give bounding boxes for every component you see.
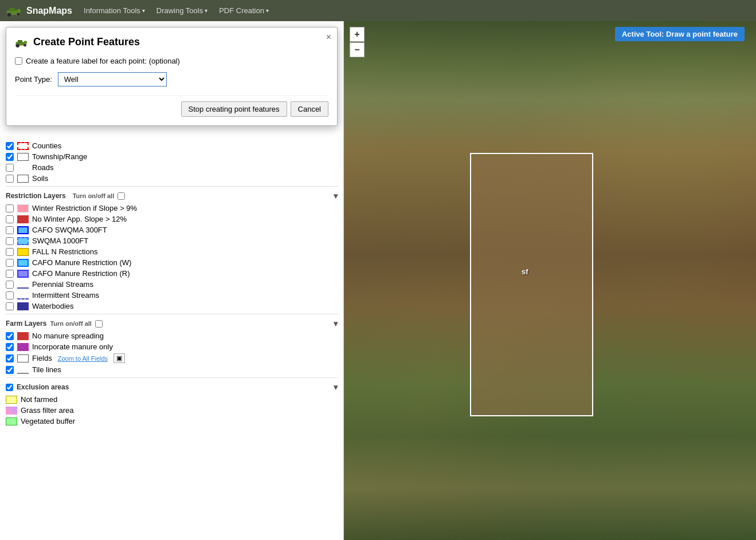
layer-veg-buffer: Vegetated buffer xyxy=(6,416,338,427)
tractor-icon xyxy=(6,5,23,17)
layer-swqma-1000: SWQMA 1000FT xyxy=(6,235,338,246)
layer-incorporate-checkbox[interactable] xyxy=(6,343,14,351)
cancel-button[interactable]: Cancel xyxy=(291,101,328,117)
cafo-manure-w-icon xyxy=(17,259,29,267)
svg-point-3 xyxy=(17,13,20,16)
farm-section-toggle[interactable]: ▾ xyxy=(334,319,338,328)
layer-winter-slope-checkbox[interactable] xyxy=(6,204,14,212)
layer-township-range: Township/Range xyxy=(6,151,338,162)
soils-icon xyxy=(17,175,29,183)
zoom-fields-button[interactable]: ▣ xyxy=(113,353,125,363)
waterbodies-icon xyxy=(17,302,29,310)
svg-rect-9 xyxy=(24,41,27,44)
svg-rect-4 xyxy=(17,9,21,13)
nav-information-tools[interactable]: Information Tools ▾ xyxy=(84,6,145,15)
layer-cafo-swqma-checkbox[interactable] xyxy=(6,226,14,234)
layer-waterbodies: Waterbodies xyxy=(6,301,338,312)
feature-label-checkbox[interactable] xyxy=(15,57,22,65)
layer-fall-n-restrictions: FALL N Restrictions xyxy=(6,246,338,257)
map-controls: + − xyxy=(350,27,365,58)
layer-fall-n-checkbox[interactable] xyxy=(6,248,14,256)
intermittent-icon xyxy=(17,291,29,299)
layer-fields: Fields Zoom to All Fields ▣ xyxy=(6,352,338,364)
no-winter-icon xyxy=(17,215,29,223)
point-type-select[interactable]: Well Building Water Source Other xyxy=(58,72,167,86)
layer-swqma-1000-checkbox[interactable] xyxy=(6,237,14,245)
dialog-tractor-icon xyxy=(15,37,29,48)
layer-waterbodies-checkbox[interactable] xyxy=(6,302,14,310)
exclusion-section-header: Exclusion areas ▾ xyxy=(6,383,338,392)
layer-perennial-checkbox[interactable] xyxy=(6,281,14,289)
layer-counties: Counties xyxy=(6,140,338,151)
dialog-label-checkbox-row: Create a feature label for each point: (… xyxy=(15,57,328,65)
layer-roads: Roads xyxy=(6,162,338,173)
incorporate-icon xyxy=(17,343,29,351)
create-point-dialog: Create Point Features × Create a feature… xyxy=(6,27,338,126)
dialog-close-button[interactable]: × xyxy=(326,32,331,42)
layer-soils: Soils xyxy=(6,173,338,184)
layer-cafo-manure-r-checkbox[interactable] xyxy=(6,270,14,278)
layer-tile-lines: Tile lines xyxy=(6,364,338,375)
svg-point-8 xyxy=(23,44,26,46)
svg-rect-6 xyxy=(18,40,22,43)
layer-not-farmed: Not farmed xyxy=(6,394,338,405)
fall-n-icon xyxy=(17,248,29,256)
fields-icon xyxy=(17,354,29,362)
dialog-buttons: Stop creating point features Cancel xyxy=(15,95,328,117)
restriction-section-header: Restriction Layers Turn on/off all ▾ xyxy=(6,191,338,200)
layer-no-manure-checkbox[interactable] xyxy=(6,332,14,340)
no-manure-icon xyxy=(17,332,29,340)
layer-intermittent-checkbox[interactable] xyxy=(6,291,14,299)
layer-soils-checkbox[interactable] xyxy=(6,175,14,183)
svg-rect-1 xyxy=(9,8,15,11)
counties-icon xyxy=(17,142,29,150)
active-tool-badge: Active Tool: Draw a point feature xyxy=(615,27,745,41)
layer-tile-checkbox[interactable] xyxy=(6,366,14,374)
perennial-icon xyxy=(17,281,29,289)
swqma-1000-icon xyxy=(17,237,29,245)
layer-cafo-manure-r: CAFO Manure Restriction (R) xyxy=(6,268,338,279)
layer-roads-checkbox[interactable] xyxy=(6,164,14,172)
zoom-out-button[interactable]: − xyxy=(350,42,365,57)
app-brand[interactable]: SnapMaps xyxy=(6,5,72,17)
stop-creating-button[interactable]: Stop creating point features xyxy=(181,101,287,117)
layer-cafo-manure-w-checkbox[interactable] xyxy=(6,259,14,267)
layer-counties-checkbox[interactable] xyxy=(6,142,14,150)
layer-no-manure: No manure spreading xyxy=(6,330,338,341)
dropdown-arrow-draw: ▾ xyxy=(205,7,207,14)
layer-perennial-streams: Perennial Streams xyxy=(6,279,338,290)
restriction-toggle-all[interactable] xyxy=(117,192,125,200)
main-layout: Create Point Features × Create a feature… xyxy=(0,21,756,540)
map-area[interactable]: sf + − Active Tool: Draw a point feature xyxy=(344,21,756,540)
layer-incorporate-manure: Incorporate manure only xyxy=(6,341,338,352)
nav-drawing-tools[interactable]: Drawing Tools ▾ xyxy=(156,6,207,15)
dropdown-arrow-pdf: ▾ xyxy=(266,7,269,14)
township-icon xyxy=(17,153,29,161)
cafo-manure-r-icon xyxy=(17,270,29,278)
farm-toggle-all[interactable] xyxy=(95,320,103,328)
grass-filter-icon xyxy=(6,407,17,415)
restriction-section-toggle[interactable]: ▾ xyxy=(334,191,338,200)
zoom-in-button[interactable]: + xyxy=(350,27,365,42)
cafo-swqma-icon xyxy=(17,226,29,234)
svg-point-7 xyxy=(16,44,19,47)
tile-icon xyxy=(17,366,29,374)
map-field-rect xyxy=(470,153,593,416)
layer-township-checkbox[interactable] xyxy=(6,153,14,161)
layer-no-winter-app: No Winter App. Slope > 12% xyxy=(6,214,338,224)
layer-fields-checkbox[interactable] xyxy=(6,354,14,362)
layer-winter-restriction-slope: Winter Restriction if Slope > 9% xyxy=(6,203,338,214)
left-panel: Create Point Features × Create a feature… xyxy=(0,21,344,540)
layer-cafo-swqma: CAFO SWQMA 300FT xyxy=(6,224,338,235)
winter-slope-icon xyxy=(17,204,29,212)
point-type-row: Point Type: Well Building Water Source O… xyxy=(15,72,328,86)
zoom-to-all-fields-link[interactable]: Zoom to All Fields xyxy=(58,355,108,362)
exclusion-toggle[interactable] xyxy=(6,384,13,391)
layer-cafo-manure-w: CAFO Manure Restriction (W) xyxy=(6,257,338,268)
roads-icon xyxy=(17,164,29,172)
layer-no-winter-checkbox[interactable] xyxy=(6,215,14,223)
exclusion-section-toggle[interactable]: ▾ xyxy=(334,383,338,392)
layer-grass-filter: Grass filter area xyxy=(6,405,338,416)
point-type-label: Point Type: xyxy=(15,75,52,84)
nav-pdf-creation[interactable]: PDF Creation ▾ xyxy=(219,6,269,15)
